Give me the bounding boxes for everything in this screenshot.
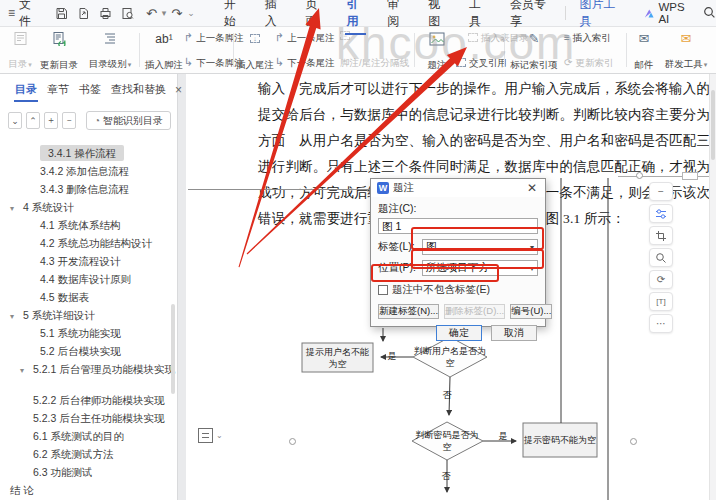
mark-index-button[interactable]: ✎ 标记索引项 [508,30,560,70]
zoom-button[interactable] [649,248,673,267]
rotate-button[interactable]: ⟳ [649,270,673,289]
expand-arrow-icon[interactable]: ▾ [10,308,23,324]
tag-select[interactable]: 图▾ [422,239,538,255]
outline-item[interactable]: ▾4.2 系统总功能结构设计 [0,234,177,252]
outline-item[interactable]: ▾6.1 系统测试的目的 [0,427,177,445]
expand-arrow-icon[interactable]: ▾ [10,200,23,216]
sidebar-tab[interactable]: 章节 [42,80,74,99]
outline-item[interactable]: ▾5.2.3 后台主任功能模块实现 [0,409,177,427]
selection-handle-top[interactable] [636,172,643,179]
collapse-toolbar-button[interactable]: − [649,182,673,201]
outline-item[interactable]: ▾3.4.1 操作流程 [0,144,177,162]
caption-button[interactable]: 题注 [421,30,453,70]
sidebar-tab[interactable]: 查找和替换 [106,80,171,99]
collapse-button[interactable]: ⌄ [8,112,22,129]
index-group: ≡插入索引 ⟳更新索引 [564,31,622,69]
sidebar-tab[interactable]: 书签 [74,80,106,99]
sidebar-tab[interactable]: 目录 [10,80,42,99]
footnote-ab1-icon: ab¹ [155,30,172,47]
more-icon: ⋯ [656,318,666,329]
outline-item[interactable]: ▾6.3 功能测试 [0,463,177,481]
crop-button[interactable] [649,226,673,245]
print-icon[interactable] [99,7,112,20]
insert-endnote-button[interactable]: ↓ 插入尾注 [237,30,273,70]
more-dropdown-icon[interactable]: ⌄ [187,8,195,18]
menu-tab[interactable]: 审阅 [376,0,417,35]
outline-item[interactable]: ▾4.5 数据表 [0,288,177,306]
toc-level-icon [103,30,118,47]
ok-button[interactable]: 确定 [436,325,482,341]
text-line: 输入，完成后才可以进行下一步的操作。用户输入完成后，系统会将输入的信息 [258,76,710,102]
outline-item[interactable]: ▾6.2 系统测试方法 [0,445,177,463]
menu-tab[interactable]: 视图 [417,0,458,35]
layout-options-button[interactable]: ⌄ [198,428,223,443]
outline-item[interactable]: ▾3.4.2 添加信息流程 [0,162,177,180]
scrollbar-thumb[interactable] [711,90,715,160]
menu-tab[interactable]: 会员专享 [499,0,559,35]
vertical-scrollbar[interactable] [709,74,716,500]
menu-tab[interactable]: 页面 [295,0,336,35]
wps-ai-button[interactable]: WPS AI [644,1,693,25]
promote-button[interactable]: ＋ [44,112,58,129]
outline-item[interactable]: ▾5.2.2 后台律师功能模块实现 [0,391,177,409]
outline-item[interactable]: ▾5 系统详细设计 [0,306,177,324]
undo-dropdown-icon[interactable]: ▾ [162,8,167,18]
smart-toc-button[interactable]: ◔智能识别目录 [86,111,171,130]
demote-button[interactable]: － [62,112,76,129]
insert-footnote-button[interactable]: ab¹ 插入脚注 [145,30,183,70]
expand-arrow-icon[interactable]: ▾ [20,362,33,378]
undo-icon[interactable]: ↶ [146,6,157,21]
flowchart-label-no: 否 [440,389,454,401]
outline-item[interactable]: ▾4.1 系统体系结构 [0,216,177,234]
exclude-tag-label: 题注中不包含标签(E) [392,283,490,297]
print-preview-icon[interactable] [121,7,134,20]
search-icon[interactable] [703,6,716,21]
outline-item[interactable]: ▾4.3 开发流程设计 [0,252,177,270]
toc-button[interactable]: 目录▾ [4,30,36,70]
dialog-close-icon[interactable]: ✕ [525,181,539,195]
menu-tab[interactable]: 工具 [458,0,499,35]
tab-picture-tools[interactable]: 图片工具 [572,0,630,35]
redo-icon[interactable]: ↷ [171,6,182,21]
outline-item[interactable]: ▾5.1 系统功能实现 [0,324,177,342]
outline-item[interactable]: ▾3.4.3 删除信息流程 [0,180,177,198]
mass-mail-button[interactable]: ✉ 群发工具▾ [660,30,712,70]
next-endnote-button[interactable]: ↳下一条尾注 [275,56,335,69]
flowchart-diamond-username: 判断用户名是否为空 [414,343,486,371]
sidebar-close-icon[interactable]: × [175,83,182,97]
file-menu-button[interactable]: ≡ 文件 [0,0,49,30]
outline-item[interactable]: ▾4.4 数据库设计原则 [0,270,177,288]
next-footnote-button[interactable]: ↳下一条脚注 [184,56,244,69]
menu-tab[interactable]: 引用 [335,0,376,35]
caption-input[interactable]: 图 1 [378,218,538,234]
chevron-down-icon: ⌄ [216,431,223,440]
wps-writer-icon: W [377,182,389,194]
exclude-tag-checkbox[interactable] [378,285,388,295]
update-toc-button[interactable]: 更新目录 [36,30,82,70]
prev-footnote-icon: ↱ [184,32,193,43]
selection-handle-right[interactable] [630,438,637,445]
more-tools-button[interactable]: ⋯ [649,314,673,333]
endnote-nav-group: ↱上一条尾注 ↳下一条尾注 [275,31,335,69]
dialog-titlebar[interactable]: W 题注 ✕ [371,179,545,197]
save-icon[interactable] [55,7,68,20]
cancel-button[interactable]: 取消 [491,325,537,341]
outline-item[interactable]: ▾4 系统设计 [0,198,177,216]
extract-text-button[interactable]: [T] [649,292,673,311]
selection-handle-left[interactable] [289,438,296,445]
mail-button[interactable]: ✉ 邮件 [630,30,658,70]
image-adjust-button[interactable] [649,204,673,223]
output-icon[interactable] [77,7,90,20]
position-select[interactable]: 所选项目下方▾ [422,260,538,276]
outline-item[interactable]: ▾5.2.1 后台管理员功能模块实现 [0,360,177,378]
new-tag-button[interactable]: 新建标签(N)... [378,304,439,319]
outline-item[interactable]: ▾5.2 后台模块实现 [0,342,177,360]
tab-separator [565,6,566,20]
menu-tab[interactable]: 插入 [254,0,295,35]
menu-tab[interactable]: 开始 [213,0,254,35]
toc-level-button[interactable]: 目录级别▾ [84,30,136,70]
numbering-button[interactable]: 编号(U)... [510,304,552,319]
sidebar-scrollbar[interactable] [171,304,175,394]
expand-button[interactable]: ⌃ [26,112,40,129]
outline-item[interactable]: ▾结 论 [0,481,177,499]
